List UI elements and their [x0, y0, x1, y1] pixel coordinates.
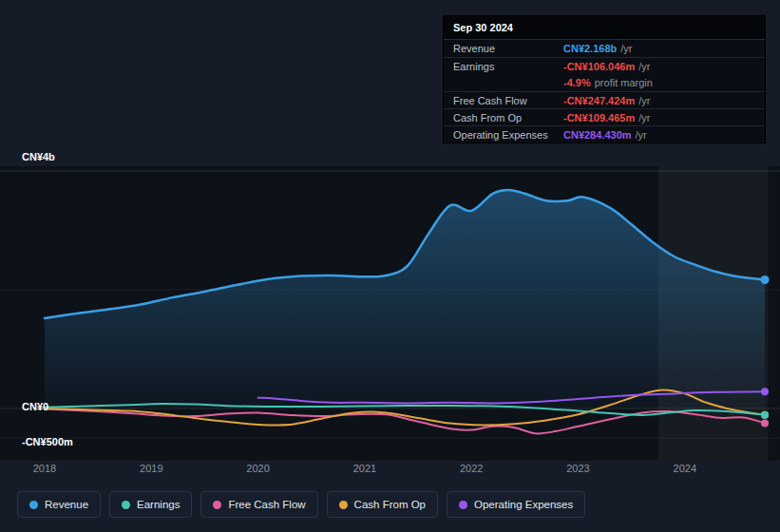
tooltip-row-suffix: /yr [638, 112, 650, 124]
tooltip-row-suffix: /yr [638, 95, 650, 106]
tooltip-row-revenue: Revenue CN¥2.168b /yr [444, 40, 765, 57]
y-axis-label-neg500m: -CN¥500m [22, 436, 73, 447]
x-axis-label-2020: 2020 [238, 463, 279, 474]
legend-dot-operating-expenses [459, 501, 467, 509]
x-axis-label-2022: 2022 [450, 463, 492, 474]
x-axis-label-2023: 2023 [558, 463, 599, 474]
tooltip-row-profit-margin: -4.9% profit margin [444, 74, 765, 91]
chart-area [0, 166, 780, 461]
legend-dot-cash-from-op [339, 501, 348, 509]
x-axis-label-2018: 2018 [24, 463, 66, 474]
tooltip-row-suffix: /yr [636, 129, 647, 141]
legend-dot-earnings [122, 501, 130, 509]
tooltip-row-value: CN¥284.430m [563, 129, 632, 141]
tooltip-row-label: Free Cash Flow [453, 95, 563, 106]
tooltip-date: Sep 30 2024 [444, 16, 765, 40]
chart-legend: RevenueEarningsFree Cash FlowCash From O… [17, 491, 585, 518]
app-root: CN¥4b CN¥0 -CN¥500m 20182019202020212022… [0, 0, 780, 532]
legend-item-cash-from-op[interactable]: Cash From Op [327, 491, 438, 518]
series-end-marker-earnings [761, 411, 769, 419]
series-end-marker-operating-expenses [761, 388, 769, 395]
legend-dot-free-cash-flow [213, 501, 221, 509]
tooltip-row-free-cash-flow: Free Cash Flow -CN¥247.424m /yr [444, 91, 765, 108]
series-end-marker-revenue [761, 276, 770, 284]
legend-label: Earnings [137, 499, 180, 510]
legend-item-earnings[interactable]: Earnings [109, 491, 192, 518]
legend-label: Free Cash Flow [228, 499, 305, 510]
x-axis-label-2021: 2021 [344, 463, 386, 474]
tooltip-row-label: Operating Expenses [453, 129, 563, 141]
legend-item-revenue[interactable]: Revenue [17, 491, 101, 518]
legend-label: Revenue [45, 499, 88, 510]
legend-item-free-cash-flow[interactable]: Free Cash Flow [200, 491, 317, 518]
tooltip-row-cash-from-op: Cash From Op -CN¥109.465m /yr [444, 108, 765, 125]
series-area-revenue [45, 190, 765, 408]
tooltip-row-operating-expenses: Operating Expenses CN¥284.430m /yr [444, 125, 765, 142]
y-axis-label-zero: CN¥0 [22, 401, 48, 412]
tooltip-row-label: Revenue [453, 43, 563, 54]
tooltip-row-value: CN¥2.168b [563, 43, 617, 54]
tooltip-row-suffix: profit margin [595, 77, 653, 88]
x-axis-label-2019: 2019 [130, 463, 172, 474]
tooltip-row-earnings: Earnings -CN¥106.046m /yr [444, 57, 765, 74]
tooltip-row-value: -CN¥106.046m [563, 61, 635, 72]
x-axis-label-2024: 2024 [664, 463, 706, 474]
tooltip-row-value: -CN¥247.424m [563, 95, 635, 106]
tooltip-row-label: Cash From Op [453, 112, 563, 124]
chart-canvas[interactable] [0, 166, 780, 461]
tooltip-row-suffix: /yr [620, 43, 632, 54]
tooltip-row-suffix: /yr [638, 61, 650, 72]
legend-item-operating-expenses[interactable]: Operating Expenses [447, 491, 585, 518]
tooltip-row-value: -CN¥109.465m [563, 112, 635, 124]
y-axis-label-4b: CN¥4b [22, 151, 55, 162]
legend-label: Cash From Op [354, 499, 426, 510]
series-end-marker-free-cash-flow [761, 419, 769, 427]
tooltip-row-label: Earnings [453, 61, 563, 72]
x-axis: 2018201920202021202220232024 [0, 463, 780, 476]
chart-tooltip: Sep 30 2024 Revenue CN¥2.168b /yr Earnin… [443, 15, 766, 143]
tooltip-row-value: -4.9% [563, 77, 591, 88]
legend-label: Operating Expenses [474, 499, 573, 510]
legend-dot-revenue [29, 501, 38, 509]
